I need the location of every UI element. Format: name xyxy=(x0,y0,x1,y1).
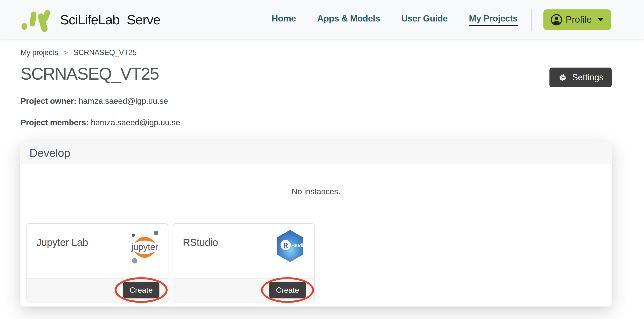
breadcrumb-current: SCRNASEQ_VT25 xyxy=(74,48,136,57)
app-card-jupyter-body: Jupyter Lab jupyter xyxy=(27,224,168,278)
app-card-jupyter-title: Jupyter Lab xyxy=(36,237,88,248)
app-card-rstudio: RStudio R Studio xyxy=(173,223,314,302)
app-card-rstudio-body: RStudio R Studio xyxy=(173,224,314,278)
brand-name-secondary: Serve xyxy=(127,12,160,28)
svg-text:Studio: Studio xyxy=(291,242,305,248)
app-card-rstudio-footer: Create xyxy=(173,278,314,302)
page-title: SCRNASEQ_VT25 xyxy=(20,64,159,84)
rstudio-create-button[interactable]: Create xyxy=(269,282,306,298)
nav-item-my-projects[interactable]: My Projects xyxy=(469,14,518,26)
jupyter-create-area: Create xyxy=(123,281,159,299)
breadcrumb-separator: > xyxy=(64,49,68,57)
settings-button[interactable]: Settings xyxy=(550,68,612,87)
page: SciLifeLab Serve Home Apps & Models User… xyxy=(0,0,644,319)
nav-divider xyxy=(531,9,532,31)
brand-link[interactable]: SciLifeLab Serve xyxy=(20,7,160,33)
profile-label: Profile xyxy=(566,15,592,25)
breadcrumb: My projects > SCRNASEQ_VT25 xyxy=(20,48,136,57)
profile-button[interactable]: Profile xyxy=(544,10,611,30)
jupyter-create-button[interactable]: Create xyxy=(123,282,160,298)
brand-name-primary: SciLifeLab xyxy=(60,12,120,28)
main-nav: Home Apps & Models User Guide My Project… xyxy=(272,14,518,26)
develop-card: Develop No instances. Jupyter Lab jupyte… xyxy=(20,141,612,307)
project-owner-row: Project owner: hamza.saeed@igp.uu.se xyxy=(20,96,168,106)
breadcrumb-link-my-projects[interactable]: My projects xyxy=(20,48,58,57)
svg-text:R: R xyxy=(283,241,289,250)
app-card-jupyter: Jupyter Lab jupyter Create xyxy=(26,223,168,302)
develop-card-title: Develop xyxy=(30,146,70,160)
project-members-row: Project members: hamza.saeed@igp.uu.se xyxy=(20,118,180,127)
develop-card-header: Develop xyxy=(20,141,612,164)
project-owner-value: hamza.saeed@igp.uu.se xyxy=(79,96,168,105)
app-card-jupyter-footer: Create xyxy=(27,278,168,302)
project-members-label: Project members: xyxy=(20,118,88,127)
person-circle-icon xyxy=(551,14,562,26)
caret-down-icon xyxy=(598,18,604,22)
rstudio-create-area: Create xyxy=(270,281,306,299)
rstudio-logo: R Studio xyxy=(276,229,305,262)
settings-label: Settings xyxy=(572,72,604,83)
jupyter-lab-logo: jupyter xyxy=(129,227,161,263)
no-instances-message: No instances. xyxy=(20,164,612,219)
header: SciLifeLab Serve Home Apps & Models User… xyxy=(0,0,644,39)
brand-name: SciLifeLab Serve xyxy=(60,12,160,28)
app-card-rstudio-title: RStudio xyxy=(183,237,218,248)
nav-item-user-guide[interactable]: User Guide xyxy=(401,14,448,26)
svg-text:jupyter: jupyter xyxy=(131,242,158,252)
scilifelab-logo-icon xyxy=(20,7,54,33)
nav-item-home[interactable]: Home xyxy=(272,14,296,26)
nav-item-apps-models[interactable]: Apps & Models xyxy=(317,14,380,26)
title-row: SCRNASEQ_VT25 Settings xyxy=(20,64,612,87)
project-owner-label: Project owner: xyxy=(20,96,76,105)
project-members-value: hamza.saeed@igp.uu.se xyxy=(91,118,180,127)
apps-row: Jupyter Lab jupyter Create xyxy=(20,219,612,306)
gear-icon xyxy=(558,72,568,83)
